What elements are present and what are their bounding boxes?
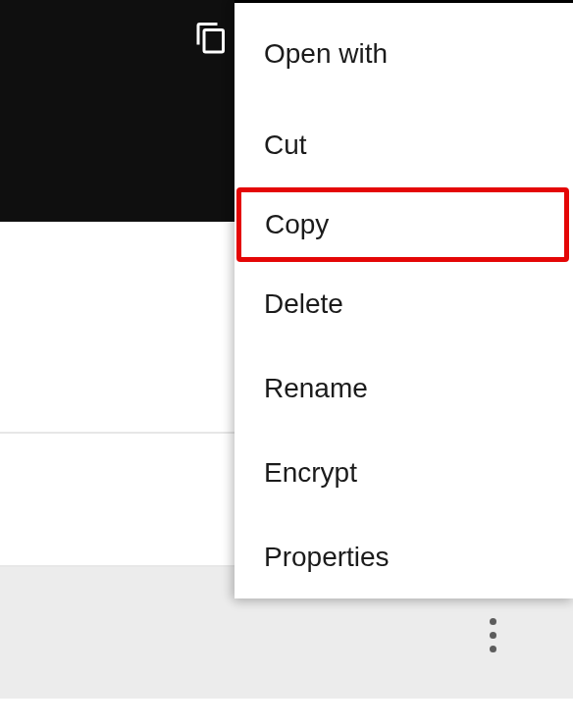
menu-item-properties[interactable]: Properties [234,515,573,599]
menu-item-open-with[interactable]: Open with [234,5,573,103]
menu-item-label: Open with [264,38,388,70]
context-menu: Open with Cut Copy Delete Rename Encrypt… [234,0,573,598]
menu-item-label: Properties [264,542,390,573]
menu-item-label: Encrypt [264,457,357,489]
copy-icon[interactable] [192,20,228,55]
menu-item-rename[interactable]: Rename [234,346,573,431]
menu-item-label: Copy [265,209,329,240]
menu-item-copy[interactable]: Copy [236,187,569,262]
menu-item-label: Delete [264,288,343,320]
menu-item-label: Rename [264,373,368,404]
menu-item-cut[interactable]: Cut [234,103,573,187]
menu-item-encrypt[interactable]: Encrypt [234,431,573,515]
svg-rect-0 [204,30,224,53]
menu-item-delete[interactable]: Delete [234,262,573,346]
divider [0,432,237,434]
menu-item-label: Cut [264,130,307,161]
more-options-icon[interactable] [490,618,496,652]
